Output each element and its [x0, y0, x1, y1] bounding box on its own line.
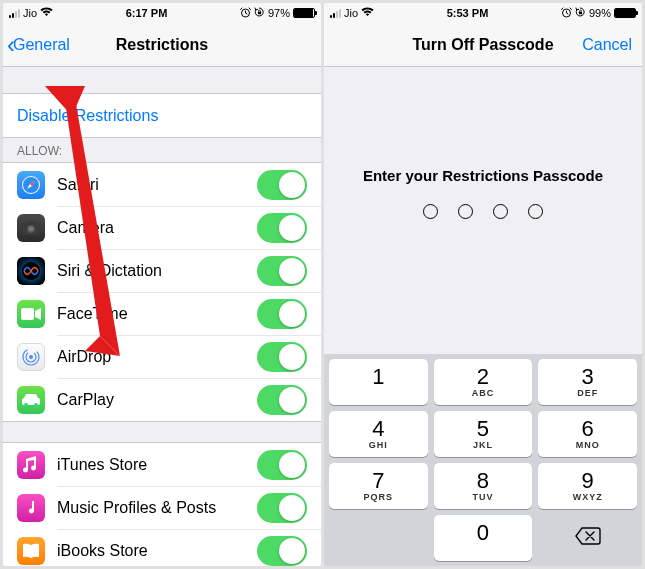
battery-percent: 97%	[268, 7, 290, 19]
key-number: 6	[582, 418, 594, 440]
back-label: General	[13, 36, 70, 54]
keypad-key-0[interactable]: 0	[434, 515, 533, 561]
page-title: Turn Off Passcode	[412, 36, 553, 54]
keypad-key-5[interactable]: 5JKL	[434, 411, 533, 457]
airdrop-icon	[17, 343, 45, 371]
svg-rect-26	[579, 11, 582, 14]
passcode-dot	[528, 204, 543, 219]
toggle-switch[interactable]	[257, 536, 307, 566]
keypad-key-8[interactable]: 8TUV	[434, 463, 533, 509]
key-number: 3	[582, 366, 594, 388]
cancel-label: Cancel	[582, 36, 632, 53]
svg-rect-11	[21, 308, 34, 320]
key-number: 4	[372, 418, 384, 440]
toggle-switch[interactable]	[257, 170, 307, 200]
back-button[interactable]: ‹ General	[7, 33, 70, 57]
app-row-carplay: CarPlay	[3, 378, 321, 421]
app-row-siri: Siri & Dictation	[3, 249, 321, 292]
alarm-icon	[240, 7, 251, 20]
app-row-facetime: FaceTime	[3, 292, 321, 335]
carrier-label: Jio	[344, 7, 358, 19]
wifi-icon	[40, 6, 53, 20]
key-letters: TUV	[472, 492, 493, 502]
svg-rect-1	[258, 11, 261, 14]
key-letters: GHI	[369, 440, 388, 450]
app-label: CarPlay	[57, 391, 257, 409]
keypad-key-4[interactable]: 4GHI	[329, 411, 428, 457]
settings-list[interactable]: Disable Restrictions ALLOW: SafariCamera…	[3, 67, 321, 566]
key-number: 1	[372, 366, 384, 388]
signal-icon	[330, 9, 341, 18]
keypad-key-3[interactable]: 3DEF	[538, 359, 637, 405]
svg-rect-7	[27, 221, 35, 224]
key-number: 7	[372, 470, 384, 492]
svg-point-9	[29, 226, 34, 231]
app-label: Safari	[57, 176, 257, 194]
allow-header: ALLOW:	[3, 138, 321, 162]
passcode-dot	[493, 204, 508, 219]
music-icon	[17, 494, 45, 522]
svg-point-13	[29, 355, 33, 359]
passcode-dots	[324, 204, 642, 219]
app-row-music: Music Profiles & Posts	[3, 486, 321, 529]
facetime-icon	[17, 300, 45, 328]
siri-icon	[17, 257, 45, 285]
page-title: Restrictions	[116, 36, 208, 54]
nav-bar: ‹ General Restrictions	[3, 23, 321, 67]
app-row-ibooks: iBooks Store	[3, 529, 321, 566]
toggle-switch[interactable]	[257, 450, 307, 480]
key-letters: ABC	[472, 388, 495, 398]
right-screenshot: Jio 5:53 PM 99% Turn Off Passcode Cancel…	[324, 3, 642, 566]
wifi-icon	[361, 6, 374, 20]
key-number: 9	[582, 470, 594, 492]
toggle-switch[interactable]	[257, 385, 307, 415]
keypad-key-2[interactable]: 2ABC	[434, 359, 533, 405]
app-row-safari: Safari	[3, 163, 321, 206]
ibooks-icon	[17, 537, 45, 565]
svg-marker-12	[35, 308, 41, 320]
keypad-key-7[interactable]: 7PQRS	[329, 463, 428, 509]
nav-bar: Turn Off Passcode Cancel	[324, 23, 642, 67]
toggle-switch[interactable]	[257, 493, 307, 523]
keypad-key-9[interactable]: 9WXYZ	[538, 463, 637, 509]
passcode-dot	[423, 204, 438, 219]
keypad-key-1[interactable]: 1	[329, 359, 428, 405]
signal-icon	[9, 9, 20, 18]
keypad-delete-button[interactable]	[538, 515, 637, 561]
key-letters: MNO	[576, 440, 600, 450]
app-row-itunes: iTunes Store	[3, 443, 321, 486]
clock: 5:53 PM	[447, 7, 489, 19]
orientation-lock-icon	[575, 7, 586, 20]
app-row-airdrop: AirDrop	[3, 335, 321, 378]
key-letters: WXYZ	[573, 492, 603, 502]
left-screenshot: Jio 6:17 PM 97% ‹ General Restrictions	[3, 3, 321, 566]
keypad-blank	[329, 515, 428, 561]
status-bar: Jio 6:17 PM 97%	[3, 3, 321, 23]
clock: 6:17 PM	[126, 7, 168, 19]
disable-restrictions-label: Disable Restrictions	[17, 107, 158, 125]
app-label: AirDrop	[57, 348, 257, 366]
toggle-switch[interactable]	[257, 342, 307, 372]
battery-icon	[293, 8, 315, 18]
svg-point-18	[34, 403, 38, 407]
safari-icon	[17, 171, 45, 199]
cancel-button[interactable]: Cancel	[582, 36, 632, 54]
toggle-switch[interactable]	[257, 256, 307, 286]
svg-point-17	[24, 403, 28, 407]
status-bar: Jio 5:53 PM 99%	[324, 3, 642, 23]
backspace-icon	[575, 525, 601, 551]
keypad-key-6[interactable]: 6MNO	[538, 411, 637, 457]
key-letters: JKL	[473, 440, 493, 450]
toggle-switch[interactable]	[257, 213, 307, 243]
camera-icon	[17, 214, 45, 242]
carrier-label: Jio	[23, 7, 37, 19]
disable-restrictions-button[interactable]: Disable Restrictions	[3, 94, 321, 137]
orientation-lock-icon	[254, 7, 265, 20]
toggle-switch[interactable]	[257, 299, 307, 329]
app-label: Siri & Dictation	[57, 262, 257, 280]
battery-percent: 99%	[589, 7, 611, 19]
battery-icon	[614, 8, 636, 18]
key-number: 5	[477, 418, 489, 440]
passcode-area: Enter your Restrictions Passcode 1 2ABC3…	[324, 67, 642, 566]
app-label: iTunes Store	[57, 456, 257, 474]
